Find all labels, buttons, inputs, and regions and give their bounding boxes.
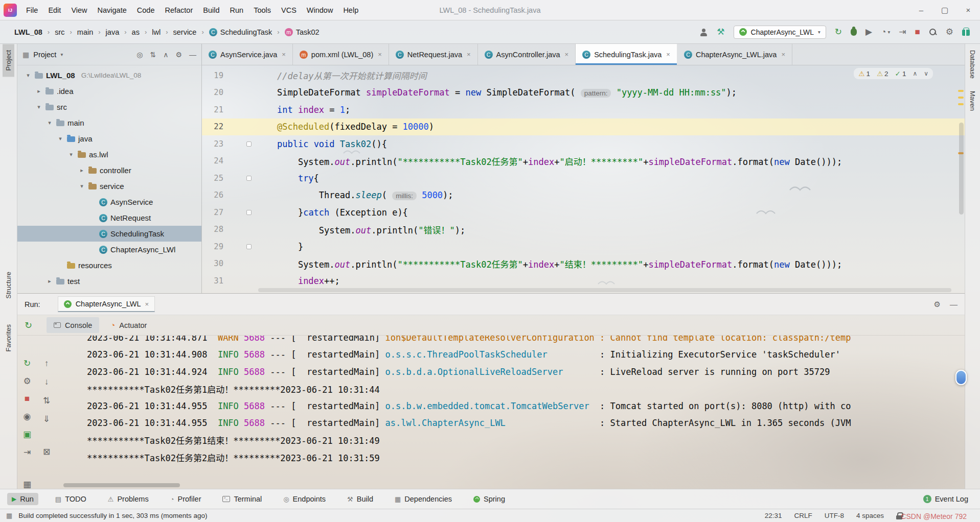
stripe-tab-maven[interactable]: Maven	[967, 85, 978, 117]
breadcrumb-item-lwl[interactable]: lwl	[150, 27, 163, 37]
expanded-arrow-icon[interactable]: ▾	[46, 120, 53, 126]
collapse-all-icon[interactable]: ∧	[163, 51, 168, 59]
tree-row-as-lwl[interactable]: ▾as.lwl	[17, 147, 201, 162]
stripe-tab-project[interactable]: Project	[3, 44, 14, 77]
run-stop-icon[interactable]: ■	[21, 394, 33, 404]
breadcrumb-item-main[interactable]: main	[75, 27, 95, 37]
warning-stripe-mark[interactable]	[958, 103, 964, 105]
hide-panel-icon[interactable]: —	[189, 51, 196, 59]
tab-asyncontroller-java[interactable]: CAsynController.java×	[478, 44, 576, 65]
tree-row-resources[interactable]: resources	[17, 257, 201, 273]
editor[interactable]: 19 //delay从第一次开始就计算间隔时间20 SimpleDateForm…	[202, 65, 965, 293]
panel-settings-icon[interactable]: ⚙	[175, 51, 182, 59]
run-config-tab[interactable]: ChapterAsync_LWL ×	[58, 296, 155, 312]
status-4-spaces[interactable]: 4 spaces	[856, 512, 884, 519]
line-gutter-22[interactable]: 22	[202, 118, 256, 136]
console-clear-console-icon[interactable]: ⊠	[40, 446, 53, 457]
app-logo-icon[interactable]: IJ	[4, 4, 17, 17]
tree-row-main[interactable]: ▾main	[17, 115, 201, 131]
toolwindow-button-endpoints[interactable]: ◎Endpoints	[279, 493, 330, 505]
toolwindow-button-terminal[interactable]: Terminal	[218, 493, 266, 505]
fold-marker[interactable]	[246, 210, 252, 215]
collapsed-arrow-icon[interactable]: ▸	[78, 167, 85, 174]
run-thread-dump-icon[interactable]: ◉	[21, 411, 33, 422]
menu-help[interactable]: Help	[338, 0, 363, 20]
expanded-arrow-icon[interactable]: ▾	[57, 135, 64, 142]
fold-marker[interactable]	[246, 244, 252, 249]
toolwindow-button-spring[interactable]: Spring	[469, 493, 510, 505]
close-button[interactable]: ×	[956, 0, 980, 20]
run-panel-settings-icon[interactable]: ⚙	[934, 300, 941, 309]
line-gutter-26[interactable]: 26	[202, 187, 256, 204]
status-22-31[interactable]: 22:31	[765, 512, 782, 519]
close-icon[interactable]: ×	[467, 51, 471, 58]
settings-icon[interactable]: ⚙	[946, 28, 953, 36]
tree-row-controller[interactable]: ▸controller	[17, 162, 201, 178]
collapsed-arrow-icon[interactable]: ▸	[35, 88, 42, 94]
fold-marker[interactable]	[246, 176, 252, 181]
menu-edit[interactable]: Edit	[43, 0, 66, 20]
tree-row-netrequest[interactable]: CNetRequest	[17, 210, 201, 226]
coverage-icon[interactable]: ▶	[865, 28, 872, 36]
run-rerun-icon[interactable]: ↻	[21, 358, 33, 369]
rerun-icon[interactable]: ↻	[25, 320, 32, 331]
breadcrumb-item-lwl-08[interactable]: LWL_08	[12, 27, 44, 37]
menu-build[interactable]: Build	[198, 0, 224, 20]
run-tab-console[interactable]: Console	[47, 317, 99, 333]
project-panel-title[interactable]: Project	[33, 51, 56, 59]
locate-file-icon[interactable]: ◎	[136, 51, 143, 59]
rerun-icon[interactable]: ↻	[835, 28, 842, 36]
console-next-occurrence-icon[interactable]: ↓	[40, 376, 53, 388]
menu-code[interactable]: Code	[132, 0, 160, 20]
tree-row-service[interactable]: ▾service	[17, 178, 201, 194]
breadcrumb-item-as[interactable]: as	[130, 27, 142, 37]
close-icon[interactable]: ×	[781, 51, 785, 58]
menu-window[interactable]: Window	[302, 0, 338, 20]
users-icon[interactable]	[699, 28, 708, 36]
tab-netrequest-java[interactable]: CNetRequest.java×	[389, 44, 478, 65]
prev-problem-icon[interactable]: ∧	[913, 70, 917, 77]
minimize-button[interactable]: –	[909, 0, 933, 20]
run-coverage-icon[interactable]: ▣	[21, 429, 33, 440]
close-icon[interactable]: ×	[378, 51, 382, 58]
maximize-button[interactable]: ▢	[933, 0, 956, 20]
breadcrumb-item-schedulingtask[interactable]: CSchedulingTask	[207, 27, 275, 37]
attach-debugger-icon[interactable]: ⇥	[899, 28, 906, 36]
console-scroll-to-end-icon[interactable]: ⇓	[40, 413, 53, 424]
console-output[interactable]: 2023-06-21 10:31:44.871 WARN 5688 --- [ …	[56, 336, 965, 489]
toolwindow-button-profiler[interactable]: ◔Profiler	[166, 493, 206, 505]
line-gutter-23[interactable]: 23	[202, 135, 256, 153]
weak-warnings-count[interactable]: ⚠2	[877, 69, 888, 78]
line-gutter-27[interactable]: 27	[202, 204, 256, 221]
tab-pom-xml-lwl-08[interactable]: mpom.xml (LWL_08)×	[293, 44, 389, 65]
menu-refactor[interactable]: Refactor	[159, 0, 198, 20]
close-icon[interactable]: ×	[565, 51, 569, 58]
line-gutter-28[interactable]: 28	[202, 221, 256, 239]
search-everywhere-icon[interactable]	[929, 28, 937, 36]
breadcrumb-item-src[interactable]: src	[53, 27, 66, 37]
stripe-tab-structure[interactable]: Structure	[3, 266, 14, 305]
line-gutter-25[interactable]: 25	[202, 170, 256, 187]
stop-icon[interactable]: ■	[915, 28, 920, 36]
scroll-from-source-icon[interactable]: ⇅	[150, 51, 156, 59]
run-config-select[interactable]: ChapterAsync_LWL▾	[734, 26, 826, 39]
breadcrumb-item-service[interactable]: service	[171, 27, 199, 37]
status-utf-8[interactable]: UTF-8	[825, 512, 844, 519]
tree-row-src[interactable]: ▾src	[17, 99, 201, 115]
line-gutter-21[interactable]: 21	[202, 101, 256, 118]
tab-schedulingtask-java[interactable]: CSchedulingTask.java×	[576, 44, 677, 65]
stripe-tab-favorites[interactable]: Favorites	[3, 318, 14, 358]
console-horizontal-scrollbar[interactable]	[63, 483, 180, 487]
tree-row-java[interactable]: ▾java	[17, 131, 201, 147]
menu-navigate[interactable]: Navigate	[93, 0, 132, 20]
build-hammer-icon[interactable]: ⚒	[717, 28, 724, 36]
run-update-app-icon[interactable]: ⚙	[21, 376, 33, 387]
editor-vertical-scrollbar[interactable]	[959, 123, 964, 215]
toolwindow-button-todo[interactable]: ▤TODO	[51, 493, 91, 505]
console-soft-wrap-icon[interactable]: ⇅	[40, 395, 53, 406]
tab-asynservice-java[interactable]: CAsynService.java×	[202, 44, 293, 65]
line-gutter-19[interactable]: 19	[202, 67, 256, 84]
menu-vcs[interactable]: VCS	[276, 0, 302, 20]
breadcrumb-item-java[interactable]: java	[104, 27, 122, 37]
profiler-icon[interactable]: ◔▾	[881, 28, 890, 36]
